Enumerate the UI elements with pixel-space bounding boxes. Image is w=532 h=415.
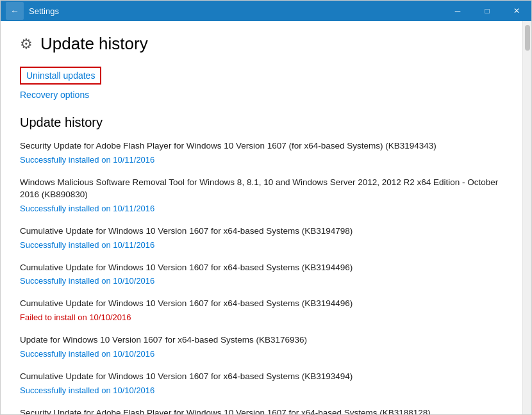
page-title: Update history [40, 34, 148, 54]
scrollbar-track[interactable] [522, 21, 531, 414]
update-name: Windows Malicious Software Removal Tool … [20, 177, 503, 201]
update-name: Security Update for Adobe Flash Player f… [20, 407, 503, 414]
minimize-button[interactable]: ─ [443, 1, 472, 21]
uninstall-updates-link[interactable]: Uninstall updates [20, 67, 101, 85]
recovery-options-link[interactable]: Recovery options [20, 90, 503, 100]
update-status[interactable]: Successfully installed on 10/11/2016 [20, 240, 154, 250]
update-status[interactable]: Successfully installed on 10/11/2016 [20, 204, 154, 213]
update-item: Cumulative Update for Windows 10 Version… [20, 262, 503, 287]
update-name: Security Update for Adobe Flash Player f… [20, 140, 503, 152]
update-item: Cumulative Update for Windows 10 Version… [20, 225, 503, 250]
update-item: Security Update for Adobe Flash Player f… [20, 140, 503, 165]
update-status[interactable]: Successfully installed on 10/10/2016 [20, 386, 154, 395]
update-item: Windows Malicious Software Removal Tool … [20, 177, 503, 214]
update-status[interactable]: Successfully installed on 10/10/2016 [20, 349, 154, 359]
update-list: Security Update for Adobe Flash Player f… [20, 140, 503, 414]
back-button[interactable]: ← [6, 2, 24, 20]
update-item: Update for Windows 10 Version 1607 for x… [20, 334, 503, 359]
maximize-button[interactable]: □ [472, 1, 502, 21]
content-area: ⚙ Update history Uninstall updates Recov… [1, 21, 531, 414]
update-name: Cumulative Update for Windows 10 Version… [20, 298, 503, 310]
update-item: Cumulative Update for Windows 10 Version… [20, 371, 503, 396]
update-status[interactable]: Failed to install on 10/10/2016 [20, 313, 131, 322]
scrollbar-thumb[interactable] [525, 25, 530, 51]
update-name: Cumulative Update for Windows 10 Version… [20, 262, 503, 274]
section-title: Update history [20, 115, 503, 130]
update-status[interactable]: Successfully installed on 10/10/2016 [20, 276, 154, 286]
titlebar-title: Settings [29, 6, 59, 16]
titlebar: ← Settings ─ □ ✕ [1, 1, 531, 21]
update-item: Cumulative Update for Windows 10 Version… [20, 298, 503, 323]
titlebar-left: ← Settings [6, 2, 59, 20]
update-status[interactable]: Successfully installed on 10/11/2016 [20, 155, 154, 165]
window: ← Settings ─ □ ✕ ⚙ Update history Uninst… [0, 0, 532, 415]
update-item: Security Update for Adobe Flash Player f… [20, 407, 503, 414]
page-header: ⚙ Update history [20, 34, 503, 54]
update-name: Cumulative Update for Windows 10 Version… [20, 371, 503, 383]
gear-icon: ⚙ [20, 36, 33, 53]
titlebar-controls: ─ □ ✕ [443, 1, 531, 21]
update-name: Update for Windows 10 Version 1607 for x… [20, 334, 503, 346]
main-content: ⚙ Update history Uninstall updates Recov… [1, 21, 522, 414]
close-button[interactable]: ✕ [502, 1, 531, 21]
update-name: Cumulative Update for Windows 10 Version… [20, 225, 503, 238]
